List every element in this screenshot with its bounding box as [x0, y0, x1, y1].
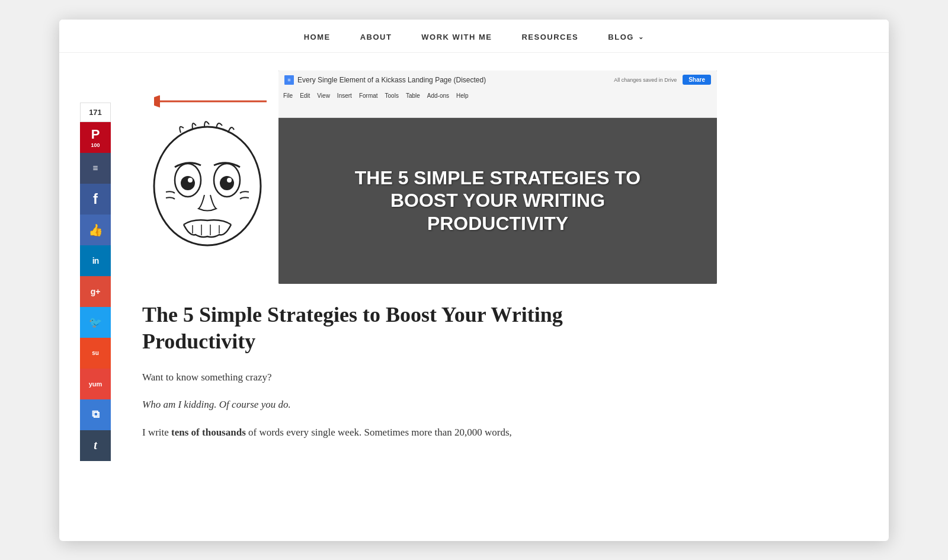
main-nav: HOME ABOUT WORK WITH ME RESOURCES BLOG ⌄	[304, 33, 645, 41]
gdoc-menu-file[interactable]: File	[283, 92, 293, 99]
social-sidebar: 171 P 100 ≡ f 👍 in g+ 🐦 su yum ⧉	[80, 103, 111, 461]
tumblr-button[interactable]: t	[80, 430, 111, 461]
thumbsup-icon: 👍	[88, 223, 103, 237]
para-1: Want to know something crazy?	[142, 369, 581, 386]
twitter-icon: 🐦	[89, 316, 102, 329]
gdoc-titlebar: ≡ Every Single Element of a Kickass Land…	[278, 71, 717, 89]
nav-item-about[interactable]: ABOUT	[360, 33, 392, 41]
content-below: The 5 Simple Strategies to Boost Your Wr…	[142, 302, 581, 442]
tumblr-icon: t	[94, 439, 97, 452]
gdoc-menu-edit[interactable]: Edit	[300, 92, 310, 99]
blog-dropdown-icon: ⌄	[638, 33, 645, 41]
top-area: ≡ Every Single Element of a Kickass Land…	[142, 71, 853, 284]
nav-item-resources[interactable]: RESOURCES	[521, 33, 578, 41]
svg-point-4	[181, 176, 195, 190]
gdoc-menubar: File Edit View Insert Format Tools Table…	[278, 89, 717, 103]
gdoc-body: THE 5 SIMPLE STRATEGIES TO BOOST YOUR WR…	[278, 118, 717, 284]
arrow-svg	[154, 88, 273, 115]
gdoc-title: Every Single Element of a Kickass Landin…	[297, 76, 614, 84]
share-count-total: 171	[80, 103, 111, 122]
facebook-button[interactable]: f	[80, 184, 111, 215]
nav-item-home[interactable]: HOME	[304, 33, 331, 41]
gdoc-share-btn[interactable]: Share	[683, 75, 711, 85]
facebook-icon: f	[93, 191, 98, 207]
article-body: Want to know something crazy? Who am I k…	[142, 369, 581, 442]
hero-text-overlay: THE 5 SIMPLE STRATEGIES TO BOOST YOUR WR…	[343, 155, 652, 247]
copy-button[interactable]: ⧉	[80, 399, 111, 430]
layers-icon: ≡	[92, 163, 98, 174]
like-button[interactable]: 👍	[80, 215, 111, 245]
pinterest-button[interactable]: P 100	[80, 122, 111, 153]
hero-image: ≡ Every Single Element of a Kickass Land…	[278, 71, 717, 284]
para-3: I write tens of thousands of words every…	[142, 424, 581, 441]
hero-title-line2: BOOST YOUR WRITING	[355, 189, 640, 212]
gdoc-autosave: All changes saved in Drive	[614, 77, 677, 83]
stumble-icon: su	[92, 350, 99, 357]
yummly-icon: yum	[89, 380, 103, 388]
gdoc-toolbar: ≡ Every Single Element of a Kickass Land…	[278, 71, 717, 118]
gdoc-menu-format[interactable]: Format	[359, 92, 378, 99]
svg-point-8	[227, 178, 232, 183]
hero-title-line3: PRODUCTIVITY	[355, 212, 640, 235]
linkedin-button[interactable]: in	[80, 245, 111, 276]
para-2: Who am I kidding. Of course you do.	[142, 396, 581, 414]
linkedin-icon: in	[92, 256, 98, 265]
gdoc-menu-help[interactable]: Help	[456, 92, 469, 99]
pinterest-icon: P	[91, 127, 100, 142]
main-content: ≡ Every Single Element of a Kickass Land…	[124, 53, 889, 476]
nav-item-blog[interactable]: BLOG ⌄	[608, 33, 644, 41]
svg-point-5	[188, 178, 193, 183]
rage-face-area	[142, 88, 273, 257]
rage-face-svg	[145, 121, 270, 257]
gdoc-menu-table[interactable]: Table	[406, 92, 420, 99]
twitter-button[interactable]: 🐦	[80, 307, 111, 338]
stumbleupon-button[interactable]: su	[80, 338, 111, 369]
hero-title-line1: THE 5 SIMPLE STRATEGIES TO	[355, 167, 640, 189]
nav-item-work-with-me[interactable]: WORK WITH ME	[421, 33, 492, 41]
navigation-bar: HOME ABOUT WORK WITH ME RESOURCES BLOG ⌄	[59, 20, 889, 53]
layers-button[interactable]: ≡	[80, 153, 111, 184]
gdoc-mockup: ≡ Every Single Element of a Kickass Land…	[278, 71, 717, 284]
arrow-area	[154, 88, 273, 115]
svg-point-7	[220, 176, 234, 190]
gdoc-menu-view[interactable]: View	[317, 92, 330, 99]
googleplus-icon: g+	[91, 287, 101, 296]
gdoc-doc-icon: ≡	[284, 75, 294, 85]
yummly-button[interactable]: yum	[80, 369, 111, 399]
copy-icon: ⧉	[92, 408, 100, 421]
gdoc-menu-tools[interactable]: Tools	[385, 92, 399, 99]
browser-window: HOME ABOUT WORK WITH ME RESOURCES BLOG ⌄…	[59, 20, 889, 541]
emphasis-text: tens of thousands	[171, 427, 246, 438]
googleplus-button[interactable]: g+	[80, 276, 111, 307]
gdoc-menu-addons[interactable]: Add-ons	[427, 92, 449, 99]
article-title: The 5 Simple Strategies to Boost Your Wr…	[142, 302, 581, 355]
gdoc-menu-insert[interactable]: Insert	[337, 92, 352, 99]
pinterest-count: 100	[91, 142, 100, 148]
para-2-italic: Who am I kidding. Of course you do.	[142, 399, 291, 410]
